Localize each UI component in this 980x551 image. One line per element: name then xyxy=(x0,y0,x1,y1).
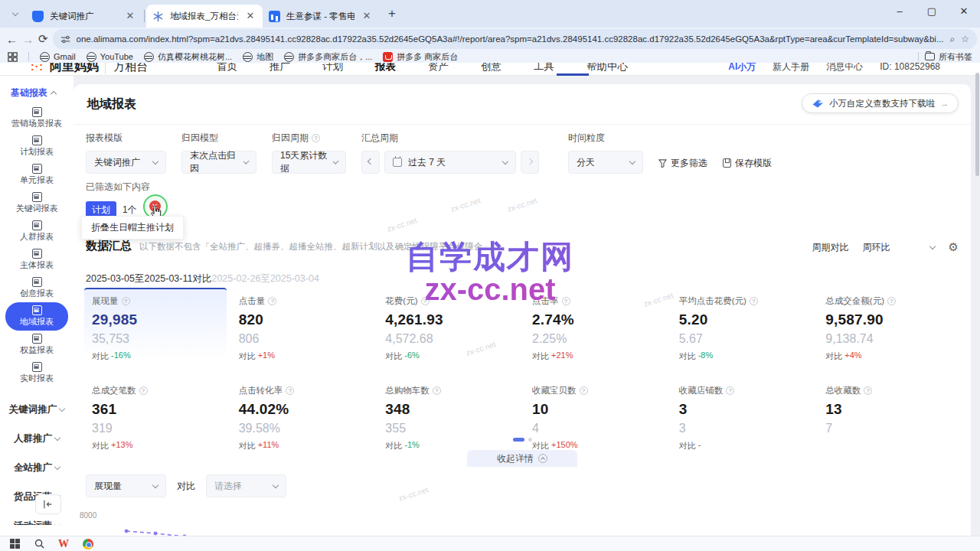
metric-card-ctr[interactable]: 点击率 2.74% 2.25% 对比+21% xyxy=(524,288,667,367)
sidebar-item-unit-report[interactable]: 单元报表 xyxy=(5,161,68,189)
info-icon[interactable] xyxy=(286,386,294,395)
info-icon[interactable] xyxy=(562,297,570,305)
chart-compare-select[interactable]: 请选择 xyxy=(206,474,286,497)
sidebar-item-plan-report[interactable]: 计划报表 xyxy=(5,132,68,161)
attribution-period-select[interactable]: 15天累计数据 xyxy=(272,151,346,174)
sidebar-section-basic-reports[interactable]: 基础报表 xyxy=(0,76,74,104)
tab-close-icon[interactable]: ✕ xyxy=(124,10,136,22)
site-info-icon[interactable] xyxy=(60,34,70,44)
forward-button[interactable]: → xyxy=(22,29,34,49)
info-icon[interactable] xyxy=(580,386,588,395)
nav-creative[interactable]: 创意 xyxy=(481,63,501,73)
window-maximize-button[interactable]: ▢ xyxy=(916,0,948,24)
window-close-button[interactable]: ✕ xyxy=(948,0,980,24)
pagination-dot-active[interactable] xyxy=(513,438,524,442)
next-period-button[interactable] xyxy=(521,151,539,174)
info-icon[interactable] xyxy=(887,297,896,305)
start-button[interactable] xyxy=(8,537,21,551)
nav-plan[interactable]: 计划 xyxy=(322,63,343,73)
page-scrollbar[interactable] xyxy=(975,73,979,176)
attribution-model-select[interactable]: 末次点击归因 xyxy=(181,151,256,174)
metric-card-item-favs[interactable]: 收藏宝贝数 10 4 对比+150% xyxy=(524,377,667,456)
bookmark-maps[interactable]: 地图 xyxy=(243,51,273,63)
xiaowan-download-button[interactable]: 小万自定义查数支持下载啦 → xyxy=(802,93,959,113)
metric-card-carts[interactable]: 总购物车数 348 355 对比-1% xyxy=(377,377,520,456)
bookmark-star-icon[interactable]: ☆ xyxy=(961,34,969,44)
sidebar-section-sitewide-promo[interactable]: 全站推广 xyxy=(0,453,74,482)
ai-xiaowan-button[interactable]: AI小万 xyxy=(728,63,756,73)
sidebar-item-rights-report[interactable]: 权益报表 xyxy=(5,331,68,359)
sidebar-collapse-button[interactable] xyxy=(35,494,61,514)
zoom-page-icon[interactable]: ⌕ xyxy=(950,34,956,44)
previous-period-button[interactable] xyxy=(361,151,380,174)
back-button[interactable]: ← xyxy=(6,29,18,49)
taskbar-wps-button[interactable]: W xyxy=(57,537,70,551)
metric-card-impressions[interactable]: 展现量 29,985 35,753 对比-16% xyxy=(84,288,227,367)
save-template-button[interactable]: 保存模版 xyxy=(723,152,772,174)
tab-close-icon[interactable]: ✕ xyxy=(244,10,256,22)
bookmark-pdd-seller[interactable]: 拼多多 商家后台 xyxy=(383,51,458,63)
sidebar-item-region-report-active[interactable]: 地域报表 xyxy=(5,302,68,331)
metric-card-cost[interactable]: 花费(元) 4,261.93 4,572.68 对比-6% xyxy=(377,288,520,367)
nav-help[interactable]: 帮助中心 xyxy=(586,63,628,73)
metric-card-orders[interactable]: 总成交笔数 361 319 对比+13% xyxy=(84,377,227,456)
more-filters-button[interactable]: 更多筛选 xyxy=(658,152,707,174)
taskbar-chrome-button[interactable] xyxy=(81,537,95,551)
sidebar-item-keyword-report[interactable]: 关键词报表 xyxy=(5,189,68,217)
metric-card-gmv[interactable]: 总成交金额(元) 9,587.90 9,138.74 对比+4% xyxy=(818,288,960,367)
nav-promotion[interactable]: 推广 xyxy=(270,63,290,73)
chart-metric-select[interactable]: 展现量 xyxy=(86,474,166,497)
info-icon[interactable] xyxy=(268,297,276,305)
newbie-manual-link[interactable]: 新人手册 xyxy=(773,63,809,73)
new-tab-button[interactable]: + xyxy=(382,4,402,24)
sidebar-item-marketing-scene-report[interactable]: 营销场景报表 xyxy=(5,104,68,132)
gear-icon[interactable]: ⚙ xyxy=(949,240,959,254)
nav-assets[interactable]: 资产 xyxy=(428,63,449,73)
bookmark-gmail[interactable]: Gmail xyxy=(40,52,76,62)
info-icon[interactable] xyxy=(139,386,148,395)
address-bar[interactable]: one.alimama.com/index.html?spm=a21dvs.28… xyxy=(53,29,977,49)
browser-tab-2-active[interactable]: 地域报表_万相台无界版 ✕ xyxy=(146,5,263,28)
info-icon[interactable] xyxy=(864,386,872,395)
compare-type-select[interactable]: 周环比 xyxy=(857,237,941,257)
all-bookmarks-button[interactable]: 所有书签 xyxy=(925,51,972,63)
info-icon[interactable] xyxy=(421,297,430,305)
info-icon[interactable] xyxy=(726,386,734,395)
info-icon[interactable] xyxy=(122,297,130,305)
tab-close-icon[interactable]: ✕ xyxy=(361,10,373,22)
app-logo[interactable]: :·: 阿里妈妈 万相台 xyxy=(31,63,148,75)
metric-card-clicks[interactable]: 点击量 820 806 对比+1% xyxy=(231,288,374,367)
metric-card-total-favs[interactable]: 总收藏数 13 7 xyxy=(818,377,960,456)
tab-search-chevron-icon[interactable] xyxy=(6,5,24,23)
collapse-details-button[interactable]: 收起详情 xyxy=(467,450,577,467)
sidebar-item-creative-report[interactable]: 创意报表 xyxy=(5,274,68,302)
sidebar-section-keyword-promo[interactable]: 关键词推广 xyxy=(0,395,74,424)
apps-grid-icon[interactable] xyxy=(8,52,18,62)
nav-reports[interactable]: 报表 xyxy=(375,63,396,73)
pagination-dot[interactable] xyxy=(528,438,532,442)
taskbar-search-button[interactable] xyxy=(32,537,46,551)
info-icon[interactable] xyxy=(433,386,441,395)
sidebar-section-audience-promo[interactable]: 人群推广 xyxy=(0,424,74,453)
bookmark-youtube[interactable]: YouTube xyxy=(87,52,133,62)
info-icon[interactable] xyxy=(750,297,758,305)
info-icon[interactable] xyxy=(312,134,320,142)
message-center-link[interactable]: 消息中心 xyxy=(826,63,863,73)
metric-card-avg-cpc[interactable]: 平均点击花费(元) 5.20 5.67 对比-8% xyxy=(671,288,814,367)
sidebar-item-audience-report[interactable]: 人群报表 xyxy=(5,217,68,246)
browser-tab-3[interactable]: 生意参谋 - 零售电商大数据产... ✕ xyxy=(263,5,379,28)
granularity-select[interactable]: 分天 xyxy=(568,151,643,174)
browser-tab-1[interactable]: 关键词推广 ✕ xyxy=(26,5,142,28)
bookmark-pdd-admin[interactable]: 拼多多商家后台，... xyxy=(284,51,372,63)
metric-card-shop-favs[interactable]: 收藏店铺数 3 3 对比- xyxy=(671,377,814,456)
sidebar-item-realtime-report[interactable]: 实时报表 xyxy=(5,359,68,387)
window-minimize-button[interactable]: – xyxy=(884,0,916,24)
report-template-select[interactable]: 关键词推广 xyxy=(86,151,166,174)
nav-home[interactable]: 首页 xyxy=(217,63,237,73)
bookmark-sakura[interactable]: 仿真樱花树桃花树... xyxy=(144,51,232,63)
reload-button[interactable]: ⟳ xyxy=(38,29,48,49)
nav-tools[interactable]: 工具 xyxy=(534,63,554,73)
sidebar-item-subject-report[interactable]: 主体报表 xyxy=(5,246,68,274)
metric-card-cvr[interactable]: 点击转化率 44.02% 39.58% 对比+11% xyxy=(231,377,374,456)
date-range-select[interactable]: 过去 7 天 xyxy=(384,151,516,174)
